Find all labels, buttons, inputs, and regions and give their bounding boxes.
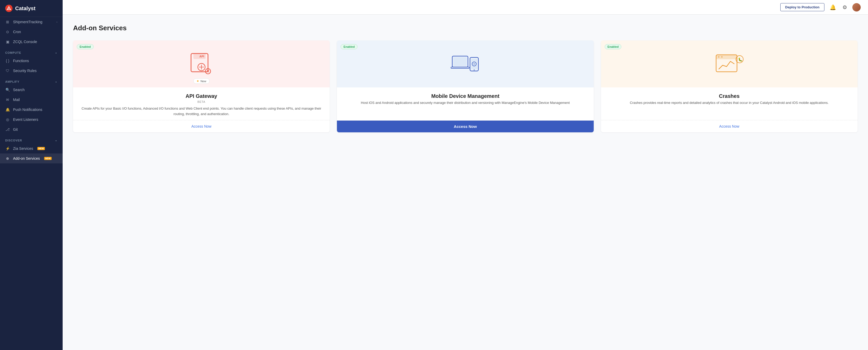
sidebar-item-push-notifications[interactable]: 🔔 Push Notifications xyxy=(0,105,63,115)
sidebar-item-label: Functions xyxy=(13,59,29,63)
crashes-title: Crashes xyxy=(719,93,740,99)
crashes-icon: 🐛 xyxy=(713,51,745,77)
mdm-card: Enabled xyxy=(337,40,593,132)
sidebar-item-zia-services[interactable]: ⚡ Zia Services NEW xyxy=(0,144,63,154)
svg-point-1 xyxy=(8,8,9,9)
sidebar-item-label: Event Listeners xyxy=(13,118,38,122)
logo-icon xyxy=(5,5,12,12)
sidebar-item-security-rules[interactable]: 🛡 Security Rules xyxy=(0,66,63,76)
mdm-icon xyxy=(450,51,481,77)
chevron-right-icon: › xyxy=(56,20,57,24)
sidebar-item-add-on-services[interactable]: ⊕ Add-on Services NEW xyxy=(0,154,63,163)
svg-point-16 xyxy=(473,69,475,71)
mail-icon: ✉ xyxy=(5,98,10,102)
main-content: Deploy to Production 🔔 ⚙ Add-on Services… xyxy=(63,0,868,350)
api-gateway-footer: Access Now xyxy=(73,120,330,132)
api-gateway-description: Create APIs for your Basic I/O functions… xyxy=(79,106,324,117)
settings-button[interactable]: ⚙ xyxy=(841,3,848,11)
clock-icon: ⊙ xyxy=(5,30,10,34)
sidebar-item-cron[interactable]: ⊙ Cron xyxy=(0,27,63,37)
service-cards-grid: Enabled API ★ Ne xyxy=(73,40,858,132)
chevron-down-icon[interactable]: ⌄ xyxy=(55,138,57,142)
enabled-badge: Enabled xyxy=(341,44,358,49)
api-gateway-access-link[interactable]: Access Now xyxy=(191,124,211,128)
sidebar-item-label: Add-on Services xyxy=(13,156,40,160)
sidebar: Catalyst ⊞ ShipmentTracking › ⊙ Cron ▣ Z… xyxy=(0,0,63,350)
section-amplify: AMPLIFY ⌄ xyxy=(0,76,63,85)
api-gateway-body: API Gateway BETA Create APIs for your Ba… xyxy=(73,88,330,120)
crashes-access-link[interactable]: Access Now xyxy=(719,124,739,128)
svg-point-18 xyxy=(473,63,475,65)
grid-icon: ⊞ xyxy=(5,20,10,24)
sidebar-item-git[interactable]: ⎇ Git xyxy=(0,125,63,134)
avatar[interactable] xyxy=(852,3,861,11)
api-gateway-icon: API xyxy=(187,51,216,77)
gear-icon: ⚙ xyxy=(842,4,847,10)
sidebar-item-label: Cron xyxy=(13,30,21,34)
sidebar-item-mail[interactable]: ✉ Mail xyxy=(0,95,63,105)
terminal-icon: ▣ xyxy=(5,40,10,44)
mdm-title: Mobile Device Management xyxy=(431,93,499,99)
svg-point-22 xyxy=(721,56,723,58)
crashes-footer: Access Now xyxy=(601,120,858,132)
mdm-illustration: Enabled xyxy=(337,40,593,88)
bell-icon: 🔔 xyxy=(5,107,10,112)
star-icon: ★ xyxy=(196,79,199,83)
sidebar-item-event-listeners[interactable]: ◎ Event Listeners xyxy=(0,115,63,125)
enabled-badge: Enabled xyxy=(605,44,622,49)
sidebar-item-label: ShipmentTracking xyxy=(13,20,42,24)
crashes-card: Enabled 🐛 xyxy=(601,40,858,132)
page-title: Add-on Services xyxy=(73,24,858,32)
sidebar-item-label: ZCQL Console xyxy=(13,40,37,44)
bell-icon: 🔔 xyxy=(830,4,836,10)
search-icon: 🔍 xyxy=(5,88,10,92)
app-logo[interactable]: Catalyst xyxy=(0,0,63,17)
mdm-footer: Access Now xyxy=(337,120,593,132)
shield-icon: 🛡 xyxy=(5,69,10,73)
api-gateway-beta: BETA xyxy=(197,100,206,103)
git-icon: ⎇ xyxy=(5,127,10,131)
sidebar-item-label: Push Notifications xyxy=(13,107,42,112)
mdm-body: Mobile Device Management Host iOS and An… xyxy=(337,88,593,120)
svg-text:API: API xyxy=(199,55,204,58)
sidebar-item-label: Git xyxy=(13,127,18,131)
section-discover: DISCOVER ⌄ xyxy=(0,134,63,144)
crashes-description: Crashes provides real-time reports and d… xyxy=(630,100,829,117)
sidebar-item-label: Search xyxy=(13,88,25,92)
chevron-down-icon[interactable]: ⌄ xyxy=(55,51,57,54)
mdm-description: Host iOS and Android applications and se… xyxy=(361,100,570,117)
topbar: Deploy to Production 🔔 ⚙ xyxy=(63,0,868,14)
svg-rect-12 xyxy=(453,57,467,66)
new-badge: NEW xyxy=(44,157,52,160)
sidebar-item-search[interactable]: 🔍 Search xyxy=(0,85,63,95)
enabled-badge: Enabled xyxy=(77,44,94,49)
svg-rect-13 xyxy=(451,67,469,68)
sidebar-item-label: Zia Services xyxy=(13,147,33,151)
deploy-button[interactable]: Deploy to Production xyxy=(780,3,825,11)
chevron-down-icon[interactable]: ⌄ xyxy=(55,80,57,83)
notifications-button[interactable]: 🔔 xyxy=(829,3,837,11)
section-compute: COMPUTE ⌄ xyxy=(0,47,63,56)
sidebar-item-functions[interactable]: { } Functions xyxy=(0,56,63,66)
crashes-body: Crashes Crashes provides real-time repor… xyxy=(601,88,858,120)
new-badge: NEW xyxy=(37,147,45,150)
radio-icon: ◎ xyxy=(5,118,10,122)
new-card-badge: ★ New xyxy=(193,78,210,84)
svg-text:🐛: 🐛 xyxy=(738,57,743,62)
sidebar-item-label: Mail xyxy=(13,98,20,102)
mdm-access-button[interactable]: Access Now xyxy=(337,121,593,132)
api-gateway-card: Enabled API ★ Ne xyxy=(73,40,330,132)
zap-icon: ⚡ xyxy=(5,147,10,151)
api-gateway-title: API Gateway xyxy=(186,93,217,99)
braces-icon: { } xyxy=(5,59,10,63)
app-name: Catalyst xyxy=(15,5,35,11)
sidebar-item-zcql-console[interactable]: ▣ ZCQL Console xyxy=(0,37,63,47)
sidebar-item-label: Security Rules xyxy=(13,69,36,73)
svg-point-21 xyxy=(718,56,719,58)
content-area: Add-on Services Enabled API xyxy=(63,14,868,350)
plus-circle-icon: ⊕ xyxy=(5,156,10,160)
crashes-illustration: Enabled 🐛 xyxy=(601,40,858,88)
api-gateway-illustration: Enabled API ★ Ne xyxy=(73,40,330,88)
sidebar-item-shipment-tracking[interactable]: ⊞ ShipmentTracking › xyxy=(0,17,63,27)
